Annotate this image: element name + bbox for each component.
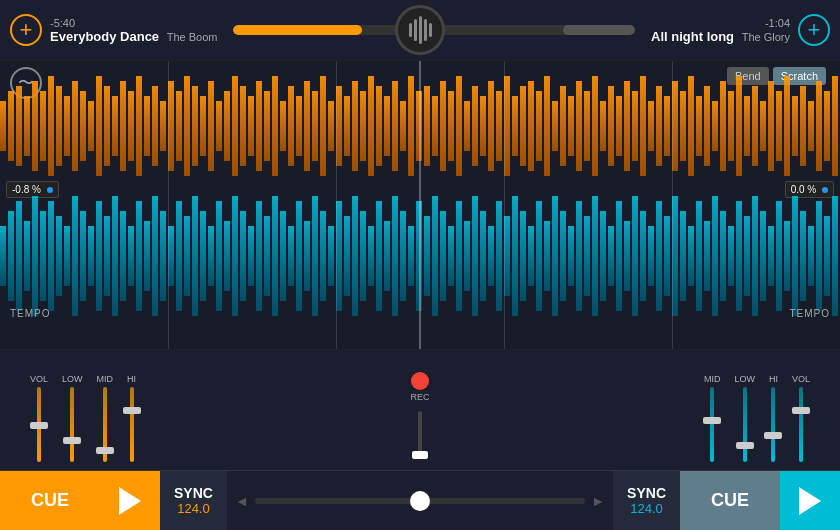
left-hi-track[interactable] xyxy=(130,387,134,462)
svg-rect-137 xyxy=(256,201,262,311)
left-mid-thumb[interactable] xyxy=(96,447,114,454)
right-mid-thumb[interactable] xyxy=(703,417,721,424)
svg-rect-3 xyxy=(24,96,30,156)
left-vol-track[interactable] xyxy=(37,387,41,462)
svg-rect-85 xyxy=(680,91,686,161)
svg-rect-152 xyxy=(376,201,382,311)
right-track-artist: The Glory xyxy=(742,31,790,43)
svg-rect-40 xyxy=(320,76,326,176)
right-hi-fader: HI xyxy=(769,372,778,462)
right-vol-track[interactable] xyxy=(799,387,803,462)
svg-rect-139 xyxy=(272,196,278,316)
svg-rect-95 xyxy=(760,101,766,151)
svg-rect-208 xyxy=(824,216,830,296)
svg-rect-205 xyxy=(800,211,806,301)
svg-rect-49 xyxy=(392,81,398,171)
right-faders: MID LOW HI VOL xyxy=(704,372,810,462)
svg-rect-69 xyxy=(552,101,558,151)
svg-rect-196 xyxy=(728,226,734,286)
svg-rect-144 xyxy=(312,196,318,316)
right-hi-track[interactable] xyxy=(771,387,775,462)
svg-rect-100 xyxy=(800,86,806,166)
svg-rect-105 xyxy=(0,226,6,286)
right-low-thumb[interactable] xyxy=(736,442,754,449)
svg-rect-29 xyxy=(232,76,238,176)
svg-rect-118 xyxy=(104,216,110,296)
add-right-button[interactable]: + xyxy=(798,14,830,46)
svg-rect-28 xyxy=(224,91,230,161)
svg-rect-23 xyxy=(184,76,190,176)
center-fader-handle[interactable] xyxy=(412,451,428,459)
sync-right-label: SYNC xyxy=(627,485,666,501)
svg-rect-203 xyxy=(784,221,790,291)
crossfader-handle[interactable] xyxy=(410,491,430,511)
svg-rect-132 xyxy=(216,201,222,311)
svg-rect-171 xyxy=(528,226,534,286)
svg-rect-207 xyxy=(816,201,822,311)
sync-right-group[interactable]: SYNC 124.0 xyxy=(613,471,680,531)
svg-rect-124 xyxy=(152,196,158,316)
right-vol-thumb[interactable] xyxy=(792,407,810,414)
add-left-button[interactable]: + xyxy=(10,14,42,46)
svg-rect-71 xyxy=(568,96,574,156)
svg-rect-131 xyxy=(208,226,214,286)
rec-button[interactable]: REC xyxy=(410,372,429,402)
svg-rect-56 xyxy=(448,91,454,161)
svg-rect-114 xyxy=(72,196,78,316)
play-right-button[interactable] xyxy=(780,471,840,531)
svg-rect-45 xyxy=(360,91,366,161)
right-mid-track[interactable] xyxy=(710,387,714,462)
svg-rect-30 xyxy=(240,86,246,166)
rec-indicator xyxy=(411,372,429,390)
logo-line-4 xyxy=(424,19,427,41)
svg-rect-151 xyxy=(368,226,374,286)
left-hi-thumb[interactable] xyxy=(123,407,141,414)
svg-rect-76 xyxy=(608,86,614,166)
svg-rect-103 xyxy=(824,91,830,161)
logo-line-1 xyxy=(409,23,412,37)
svg-rect-108 xyxy=(24,221,30,291)
right-hi-thumb[interactable] xyxy=(764,432,782,439)
center-fader-track[interactable] xyxy=(418,411,422,458)
cue-left-button[interactable]: CUE xyxy=(0,471,100,531)
cf-arrow-left[interactable]: ◄ xyxy=(235,493,249,509)
left-low-thumb[interactable] xyxy=(63,437,81,444)
left-progress-bar xyxy=(233,25,362,35)
left-track-time: -5:40 xyxy=(50,17,75,29)
right-low-track[interactable] xyxy=(743,387,747,462)
transport-bar: CUE SYNC 124.0 ◄ ► SYNC 124.0 CUE xyxy=(0,470,840,530)
svg-rect-79 xyxy=(632,91,638,161)
svg-rect-74 xyxy=(592,76,598,176)
play-left-button[interactable] xyxy=(100,471,160,531)
svg-rect-136 xyxy=(248,226,254,286)
logo-lines xyxy=(409,16,432,44)
left-vol-thumb[interactable] xyxy=(30,422,48,429)
svg-rect-90 xyxy=(720,81,726,171)
svg-rect-178 xyxy=(584,216,590,296)
sync-right-bpm: 124.0 xyxy=(630,501,663,516)
svg-rect-5 xyxy=(40,91,46,161)
left-mid-track[interactable] xyxy=(103,387,107,462)
cue-right-button[interactable]: CUE xyxy=(680,471,780,531)
svg-rect-102 xyxy=(816,81,822,171)
svg-rect-48 xyxy=(384,96,390,156)
svg-rect-14 xyxy=(112,96,118,156)
svg-rect-133 xyxy=(224,221,230,291)
play-right-icon xyxy=(799,487,821,515)
svg-rect-161 xyxy=(448,226,454,286)
crossfader-track[interactable] xyxy=(255,498,585,504)
svg-rect-155 xyxy=(400,211,406,301)
svg-rect-54 xyxy=(432,96,438,156)
svg-rect-160 xyxy=(440,211,446,301)
crossfader-bar: ◄ ► xyxy=(227,493,613,509)
svg-rect-19 xyxy=(152,86,158,166)
svg-rect-169 xyxy=(512,196,518,316)
sync-left-group[interactable]: SYNC 124.0 xyxy=(160,471,227,531)
svg-rect-1 xyxy=(8,91,14,161)
svg-rect-179 xyxy=(592,196,598,316)
cf-arrow-right[interactable]: ► xyxy=(591,493,605,509)
left-low-track[interactable] xyxy=(70,387,74,462)
svg-rect-15 xyxy=(120,81,126,171)
svg-rect-39 xyxy=(312,91,318,161)
svg-rect-10 xyxy=(80,91,86,161)
